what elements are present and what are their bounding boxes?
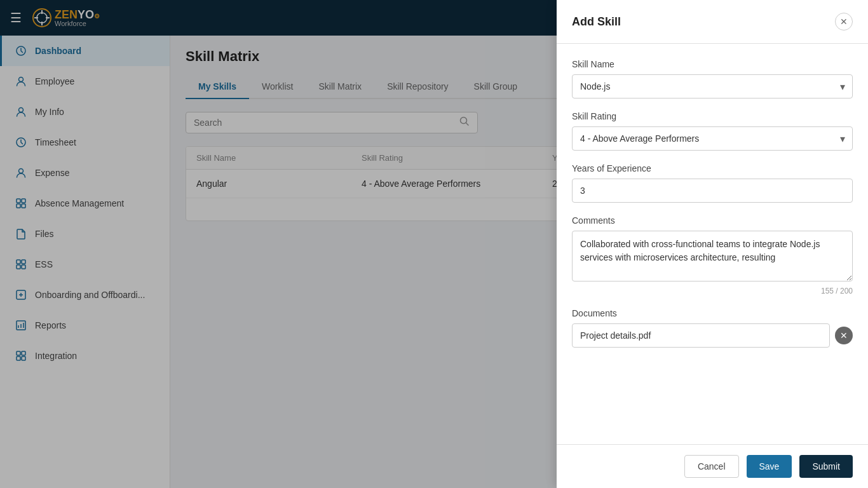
years-input[interactable] xyxy=(572,179,853,203)
add-skill-drawer: Add Skill ✕ Skill Name Node.js Angular R… xyxy=(557,0,868,488)
skill-rating-select[interactable]: 4 - Above Average Performers 1 - Below A… xyxy=(572,126,853,151)
comments-group: Comments Collaborated with cross-functio… xyxy=(572,215,853,295)
document-remove-button[interactable]: ✕ xyxy=(835,327,853,344)
save-button[interactable]: Save xyxy=(747,455,792,478)
drawer-footer: Cancel Save Submit xyxy=(557,444,868,488)
submit-button[interactable]: Submit xyxy=(799,455,853,478)
drawer-header: Add Skill ✕ xyxy=(557,0,868,44)
skill-name-select[interactable]: Node.js Angular React xyxy=(572,74,853,98)
skill-name-select-wrapper: Node.js Angular React xyxy=(572,74,853,98)
drawer-title: Add Skill xyxy=(572,15,621,29)
years-label: Years of Experience xyxy=(572,163,853,173)
cancel-button[interactable]: Cancel xyxy=(684,455,739,478)
close-drawer-button[interactable]: ✕ xyxy=(835,13,853,30)
skill-rating-select-wrapper: 4 - Above Average Performers 1 - Below A… xyxy=(572,126,853,151)
skill-rating-label: Skill Rating xyxy=(572,111,853,121)
years-group: Years of Experience xyxy=(572,163,853,203)
doc-input-row: ✕ xyxy=(572,323,853,348)
skill-name-group: Skill Name Node.js Angular React xyxy=(572,59,853,98)
char-count: 155 / 200 xyxy=(572,287,853,295)
documents-label: Documents xyxy=(572,308,853,318)
comments-label: Comments xyxy=(572,215,853,226)
skill-name-label: Skill Name xyxy=(572,59,853,69)
comments-textarea[interactable]: Collaborated with cross-functional teams… xyxy=(572,231,853,281)
drawer-body: Skill Name Node.js Angular React Skill R… xyxy=(557,44,868,444)
document-input[interactable] xyxy=(572,323,830,348)
documents-group: Documents ✕ xyxy=(572,308,853,348)
skill-rating-group: Skill Rating 4 - Above Average Performer… xyxy=(572,111,853,151)
